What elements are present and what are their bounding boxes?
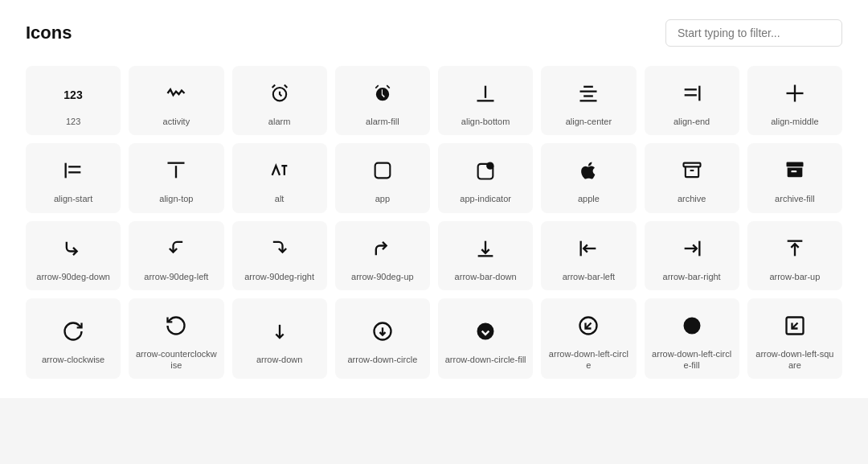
page-title: Icons bbox=[26, 23, 72, 43]
alarm-fill-icon bbox=[371, 79, 394, 108]
arrow-90deg-up-icon bbox=[371, 234, 394, 263]
arrow-bar-down-icon bbox=[474, 234, 497, 263]
align-top-icon bbox=[165, 156, 187, 185]
icon-cell-alarm[interactable]: alarm bbox=[232, 66, 327, 135]
icon-cell-arrow-down-circle[interactable]: arrow-down-circle bbox=[335, 298, 430, 380]
align-bottom-icon bbox=[474, 79, 497, 108]
app-indicator-label: app-indicator bbox=[460, 193, 511, 204]
arrow-bar-right-label: arrow-bar-right bbox=[663, 271, 721, 282]
icon-cell-arrow-down-left-square[interactable]: arrow-down-left-square bbox=[747, 298, 842, 380]
icon-cell-app-indicator[interactable]: app-indicator bbox=[438, 143, 533, 212]
icon-cell-arrow-counterclockwise[interactable]: arrow-counterclockwise bbox=[129, 298, 223, 380]
arrow-down-left-circle-fill-label: arrow-down-left-circle-fill bbox=[651, 348, 733, 372]
icon-cell-align-top[interactable]: align-top bbox=[129, 143, 223, 212]
arrow-bar-left-icon bbox=[577, 234, 600, 263]
icon-cell-app[interactable]: app bbox=[335, 143, 430, 212]
svg-text:123: 123 bbox=[63, 88, 83, 101]
icon-cell-alarm-fill[interactable]: alarm-fill bbox=[335, 66, 430, 135]
arrow-bar-up-label: arrow-bar-up bbox=[769, 271, 820, 282]
arrow-90deg-down-label: arrow-90deg-down bbox=[36, 271, 110, 282]
align-center-label: align-center bbox=[566, 116, 612, 127]
svg-line-3 bbox=[284, 85, 287, 88]
icon-cell-alt[interactable]: alt bbox=[232, 143, 327, 212]
svg-rect-6 bbox=[584, 86, 594, 88]
align-start-icon bbox=[62, 156, 84, 185]
svg-rect-16 bbox=[68, 166, 80, 167]
arrow-clockwise-label: arrow-clockwise bbox=[42, 354, 104, 365]
arrow-bar-right-icon bbox=[681, 234, 703, 263]
icon-cell-arrow-bar-left[interactable]: arrow-bar-left bbox=[541, 221, 636, 290]
align-end-label: align-end bbox=[674, 116, 710, 127]
svg-rect-9 bbox=[580, 100, 597, 101]
apple-label: apple bbox=[578, 193, 600, 204]
svg-rect-7 bbox=[580, 91, 597, 92]
alarm-fill-label: alarm-fill bbox=[366, 116, 399, 127]
align-top-label: align-top bbox=[159, 193, 193, 204]
icon-cell-arrow-90deg-left[interactable]: arrow-90deg-left bbox=[129, 221, 223, 290]
icon-cell-align-center[interactable]: align-center bbox=[541, 66, 636, 135]
page-header: Icons bbox=[26, 19, 842, 47]
arrow-down-left-circle-label: arrow-down-left-circle bbox=[547, 348, 629, 372]
arrow-90deg-left-label: arrow-90deg-left bbox=[144, 271, 208, 282]
align-start-label: align-start bbox=[54, 193, 92, 204]
arrow-down-icon bbox=[268, 317, 291, 346]
icon-cell-arrow-down-left-circle[interactable]: arrow-down-left-circle bbox=[541, 298, 636, 380]
icon-cell-align-start[interactable]: align-start bbox=[26, 143, 121, 212]
archive-fill-label: archive-fill bbox=[775, 193, 815, 204]
arrow-down-left-circle-fill-icon bbox=[681, 311, 703, 340]
svg-rect-15 bbox=[65, 163, 67, 179]
icon-cell-arrow-90deg-up[interactable]: arrow-90deg-up bbox=[335, 221, 430, 290]
arrow-clockwise-icon bbox=[62, 317, 84, 346]
arrow-down-circle-icon bbox=[371, 317, 394, 346]
svg-rect-8 bbox=[584, 95, 594, 96]
activity-icon bbox=[165, 79, 187, 108]
svg-line-2 bbox=[272, 85, 275, 88]
arrow-down-label: arrow-down bbox=[256, 354, 302, 365]
align-bottom-label: align-bottom bbox=[461, 116, 510, 127]
icon-cell-arrow-bar-up[interactable]: arrow-bar-up bbox=[747, 221, 842, 290]
icon-cell-123[interactable]: 123123 bbox=[26, 66, 121, 135]
icon-cell-arrow-bar-down[interactable]: arrow-bar-down bbox=[438, 221, 533, 290]
icon-cell-arrow-90deg-right[interactable]: arrow-90deg-right bbox=[232, 221, 327, 290]
icon-cell-align-middle[interactable]: align-middle bbox=[747, 66, 842, 135]
alt-icon bbox=[268, 156, 291, 185]
icon-grid: 123123activityalarmalarm-fillalign-botto… bbox=[26, 66, 842, 379]
arrow-counterclockwise-icon bbox=[165, 311, 187, 340]
icon-cell-activity[interactable]: activity bbox=[129, 66, 223, 135]
page-container: Icons 123123activityalarmalarm-fillalign… bbox=[0, 0, 868, 398]
arrow-down-left-circle-icon bbox=[577, 311, 600, 340]
icon-cell-align-bottom[interactable]: align-bottom bbox=[438, 66, 533, 135]
align-end-icon bbox=[681, 79, 703, 108]
svg-rect-18 bbox=[175, 166, 177, 178]
icon-cell-archive-fill[interactable]: archive-fill bbox=[747, 143, 842, 212]
arrow-90deg-down-icon bbox=[62, 234, 84, 263]
svg-rect-5 bbox=[477, 100, 494, 101]
123-icon: 123 bbox=[62, 79, 84, 108]
icon-cell-arrow-90deg-down[interactable]: arrow-90deg-down bbox=[26, 221, 121, 290]
icon-cell-arrow-down-circle-fill[interactable]: arrow-down-circle-fill bbox=[438, 298, 533, 380]
arrow-down-left-square-label: arrow-down-left-square bbox=[754, 348, 836, 372]
icon-cell-apple[interactable]: apple bbox=[541, 143, 636, 212]
activity-label: activity bbox=[163, 116, 190, 127]
123-label: 123 bbox=[66, 116, 80, 127]
icon-cell-archive[interactable]: archive bbox=[645, 143, 739, 212]
filter-input[interactable] bbox=[665, 19, 842, 47]
svg-rect-10 bbox=[698, 86, 700, 101]
archive-icon bbox=[681, 156, 703, 185]
svg-rect-11 bbox=[684, 88, 696, 90]
arrow-down-circle-fill-icon bbox=[474, 317, 497, 346]
icon-cell-arrow-bar-right[interactable]: arrow-bar-right bbox=[645, 221, 739, 290]
alarm-icon bbox=[268, 79, 291, 108]
icon-cell-align-end[interactable]: align-end bbox=[645, 66, 739, 135]
app-indicator-icon bbox=[474, 156, 497, 185]
icon-cell-arrow-clockwise[interactable]: arrow-clockwise bbox=[26, 298, 121, 380]
alarm-label: alarm bbox=[268, 116, 291, 127]
arrow-bar-left-label: arrow-bar-left bbox=[563, 271, 615, 282]
align-middle-icon bbox=[784, 79, 806, 108]
arrow-90deg-left-icon bbox=[165, 234, 187, 263]
icon-cell-arrow-down[interactable]: arrow-down bbox=[232, 298, 327, 380]
arrow-bar-up-icon bbox=[784, 234, 806, 263]
icon-cell-arrow-down-left-circle-fill[interactable]: arrow-down-left-circle-fill bbox=[645, 298, 739, 380]
arrow-down-circle-fill-label: arrow-down-circle-fill bbox=[445, 354, 526, 365]
align-center-icon bbox=[577, 79, 600, 108]
